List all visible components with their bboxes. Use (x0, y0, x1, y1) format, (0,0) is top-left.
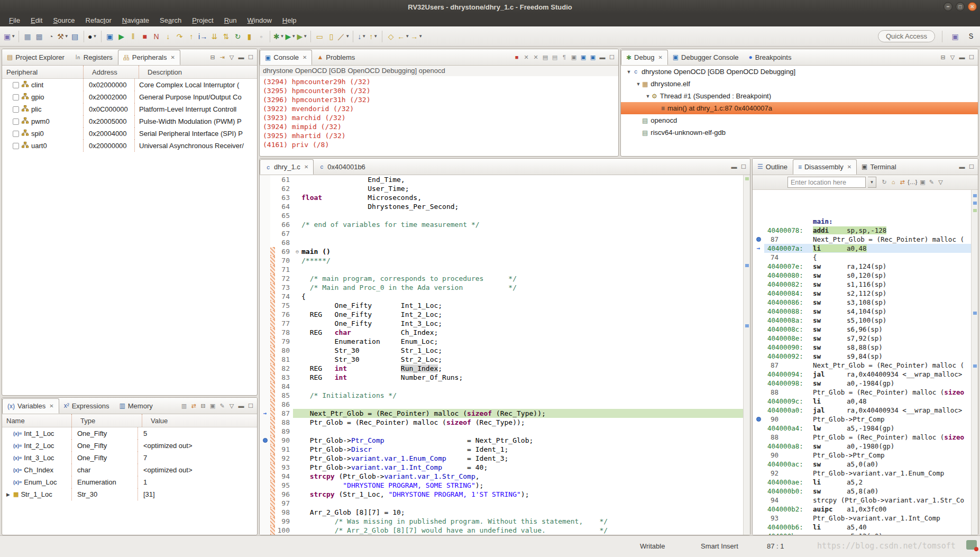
peripheral-checkbox[interactable] (13, 94, 19, 101)
peripheral-row-pwm0[interactable]: pwm00x20005000Pulse-Width Modulation (PW… (2, 115, 257, 127)
variable-row-int_1_loc[interactable]: (x)=Int_1_LocOne_Fifty5 (2, 427, 257, 440)
disassembly-instruction-row[interactable]: 40400090:sws8,88(sp) (753, 343, 978, 352)
maximize-icon[interactable]: ☐ (247, 403, 254, 409)
breakpoint-ruler[interactable] (260, 373, 270, 382)
tab-variables[interactable]: (x)Variables✕ (2, 398, 59, 414)
peripheral-row-clint[interactable]: clint0x02000000Core Complex Local Interr… (2, 79, 257, 91)
peripherals-icon[interactable]: 品 (123, 54, 130, 61)
debug-icon[interactable]: ✱ (626, 54, 631, 61)
tree-expander-icon[interactable]: ▼ (644, 94, 652, 99)
breakpoint-ruler[interactable] (260, 427, 270, 436)
peripheral-row-spi0[interactable]: spi00x20004000Serial Peripheral Interfac… (2, 127, 257, 140)
remove-all-launches-icon[interactable]: ✕ (532, 54, 539, 61)
view-menu-icon[interactable]: ▽ (949, 54, 956, 61)
disassembly-instruction-row[interactable]: 404000a4:lwa5,-1984(gp) (753, 424, 978, 433)
disassembly-icon[interactable]: ≡ (798, 164, 802, 170)
debugger-console-icon[interactable]: ▣ (673, 54, 679, 60)
debug-tree-item[interactable]: ▤riscv64-unknown-elf-gdb (621, 126, 978, 139)
breakpoint-ruler[interactable] (260, 283, 270, 292)
disassembly-instruction-row[interactable]: 404000a0:jalra,0x40400934 <__wrap_malloc… (753, 406, 978, 415)
peripheral-row-plic[interactable]: plic0x0C000000Platform-Level Interrupt C… (2, 103, 257, 115)
minimize-button[interactable]: – (944, 2, 952, 11)
save-icon[interactable]: ▦ (22, 31, 33, 42)
disassembly-instruction-row[interactable]: 4040008e:sws7,92(sp) (753, 334, 978, 343)
breakpoint-ruler[interactable] (260, 256, 270, 265)
flash-icon[interactable]: ▮ (244, 31, 255, 42)
terminate-icon[interactable]: ■ (513, 54, 520, 60)
menu-run[interactable]: Run (219, 15, 242, 25)
console-icon[interactable]: ▣ (265, 54, 271, 61)
import-icon[interactable]: ▯ (326, 31, 336, 42)
run-icon[interactable]: ▶▼ (285, 31, 296, 42)
new-view-icon[interactable]: ▣ (919, 179, 926, 186)
menu-window[interactable]: Window (243, 15, 277, 25)
minimize-icon[interactable]: ▬ (237, 403, 245, 409)
disassembly-instruction-row[interactable]: →4040007a:lia0,48 (753, 244, 978, 253)
overview-mark[interactable] (745, 324, 749, 327)
menu-file[interactable]: File (4, 15, 25, 25)
tab-close-icon[interactable]: ✕ (304, 164, 308, 170)
refresh-icon[interactable]: ↻ (881, 179, 888, 186)
tab-outline[interactable]: ☰Outline (753, 159, 793, 175)
menu-edit[interactable]: Edit (26, 15, 47, 25)
forward-icon[interactable]: →▼ (410, 31, 423, 42)
breakpoint-ruler[interactable] (260, 220, 270, 229)
editor-overview-ruler[interactable] (743, 175, 750, 535)
registers-icon[interactable]: ㏑ (75, 54, 81, 60)
debug-stack-frame-selected[interactable]: ≡main() at dhry_1.c:87 0x4040007a (621, 102, 978, 114)
show-logical-structure-icon[interactable]: ▥ (180, 403, 188, 409)
tab-disassembly[interactable]: ≡Disassembly✕ (793, 159, 857, 175)
disconnect-icon[interactable]: N (151, 31, 162, 42)
tab-terminal[interactable]: ▣Terminal (857, 159, 901, 175)
clear-console-icon[interactable]: ▤ (542, 54, 549, 61)
overview-mark[interactable] (745, 264, 749, 267)
c-application-icon[interactable]: ｃ (633, 67, 639, 76)
overview-mark[interactable] (973, 202, 977, 205)
tab-close-icon[interactable]: ✕ (847, 164, 851, 170)
debug-tree-item[interactable]: ▼ｃdhrystone OpenOCD [GDB OpenOCD Debuggi… (621, 66, 978, 78)
instruction-stepping-icon[interactable]: i→ (198, 31, 208, 42)
breakpoints-icon[interactable]: ● (749, 54, 753, 60)
breakpoint-ruler[interactable] (260, 391, 270, 400)
fold-marker-icon[interactable]: ⊖ (293, 247, 301, 256)
breakpoint-ruler[interactable] (260, 454, 270, 463)
memory-icon[interactable]: ▥ (119, 403, 125, 409)
minimize-icon[interactable]: ▬ (958, 54, 966, 60)
tab-0x404001b6[interactable]: ｃ0x404001b6 (314, 159, 371, 175)
tree-expander-icon[interactable]: ▶ (5, 492, 11, 497)
breakpoint-ruler[interactable] (260, 247, 270, 256)
user-profile-icon[interactable]: ●▼ (87, 31, 98, 42)
tab-console[interactable]: ▣Console✕ (260, 50, 312, 65)
peripheral-checkbox[interactable] (13, 143, 19, 149)
breakpoint-ruler[interactable] (260, 517, 270, 526)
variable-row-int_2_loc[interactable]: (x)=Int_2_LocOne_Fifty<optimized out> (2, 440, 257, 452)
tab-close-icon[interactable]: ✕ (171, 54, 175, 60)
maximize-icon[interactable]: ☐ (968, 54, 975, 61)
terminal-icon[interactable]: ▣ (862, 163, 867, 170)
breakpoint-ruler[interactable] (260, 229, 270, 238)
close-button[interactable]: ✕ (968, 2, 977, 11)
column-header-description[interactable]: Description (143, 68, 257, 76)
breakpoint-ruler[interactable] (260, 472, 270, 481)
variable-row-str_1_loc[interactable]: ▶▦Str_1_LocStr_30[31] (2, 488, 257, 500)
disassembly-instruction-row[interactable]: 404000ae:lia5,2 (753, 478, 978, 487)
back-icon[interactable]: ←▼ (397, 31, 409, 42)
overview-mark[interactable] (973, 209, 977, 212)
breakpoint-ruler[interactable] (260, 490, 270, 499)
open-perspective-icon[interactable]: ▣ (950, 31, 960, 42)
breakpoint-ruler[interactable] (260, 175, 270, 184)
save-all-icon[interactable]: ▩ (34, 31, 44, 42)
tab-memory[interactable]: ▥Memory (114, 398, 158, 414)
overview-mark[interactable] (973, 364, 977, 368)
trace-icon[interactable]: ◦ (256, 31, 267, 42)
peripheral-checkbox[interactable] (13, 106, 19, 113)
outline-icon[interactable]: ☰ (757, 163, 763, 170)
remove-launch-icon[interactable]: ✕ (523, 54, 530, 61)
c-file-icon[interactable]: ｃ (318, 163, 325, 170)
coverage-icon[interactable]: ▶▼ (297, 31, 307, 42)
resume-icon[interactable]: ▶ (116, 31, 127, 42)
stack-frame-icon[interactable]: ≡ (661, 105, 665, 112)
tab-close-icon[interactable]: ✕ (658, 54, 662, 60)
drop-to-frame-icon[interactable]: ⇊ (209, 31, 220, 42)
step-over-icon[interactable]: ↷ (175, 31, 185, 42)
